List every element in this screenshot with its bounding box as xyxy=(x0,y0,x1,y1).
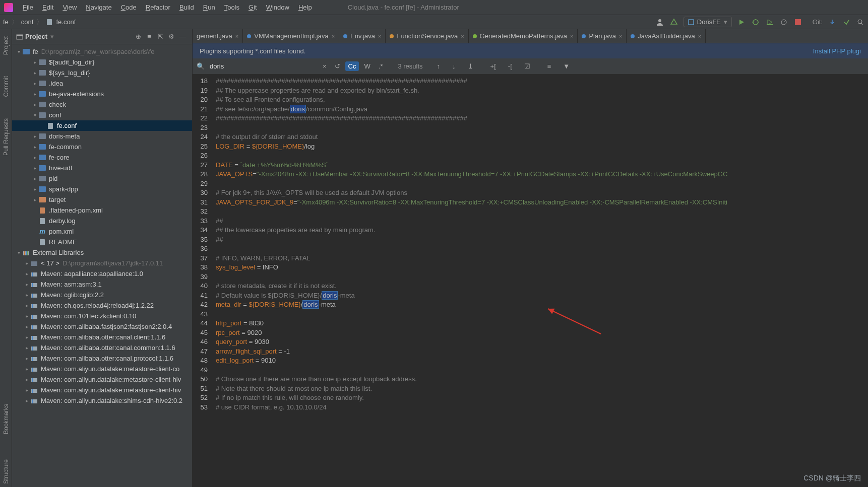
whole-words-toggle[interactable]: W xyxy=(361,61,373,71)
editor-tab[interactable]: GeneratedMemoPatterns.java× xyxy=(469,29,578,43)
expand-icon[interactable]: ▸ xyxy=(31,186,38,192)
editor-tab[interactable]: FunctionService.java× xyxy=(386,29,468,43)
vcs-update-icon[interactable] xyxy=(828,18,837,27)
close-icon[interactable]: × xyxy=(332,33,335,39)
expand-icon[interactable]: ▸ xyxy=(23,282,30,287)
tree-node[interactable]: ▸Maven: com.aliyun.datalake:metastore-cl… xyxy=(12,385,192,395)
match-case-toggle[interactable]: Cc xyxy=(345,61,359,71)
breadcrumb[interactable]: fe 〉 conf 〉 fe.conf xyxy=(3,18,76,27)
expand-icon[interactable]: ▸ xyxy=(31,102,38,107)
tree-node[interactable]: ▸spark-dpp xyxy=(12,184,192,194)
expand-icon[interactable]: ▸ xyxy=(31,133,38,139)
gear-icon[interactable]: ⚙ xyxy=(166,31,177,42)
close-icon[interactable]: × xyxy=(461,33,464,39)
select-occurrences-icon[interactable]: ☑ xyxy=(521,61,533,71)
expand-icon[interactable]: ▾ xyxy=(15,250,22,255)
project-title[interactable]: Project xyxy=(25,33,47,40)
add-selection-icon[interactable]: +[ xyxy=(487,61,499,71)
tree-node[interactable]: ▸${audit_log_dir} xyxy=(12,57,192,67)
tree-node[interactable]: ▸hive-udf xyxy=(12,163,192,173)
breadcrumb-item[interactable]: fe.conf xyxy=(56,18,76,26)
tree-node[interactable]: ▸Maven: com.alibaba.fastjson2:fastjson2:… xyxy=(12,321,192,332)
install-plugin-link[interactable]: Install PHP plugi xyxy=(813,47,861,55)
regex-toggle[interactable]: .* xyxy=(376,61,386,71)
tree-node[interactable]: ▸Maven: com.aliyun.datalake:shims-cdh-hi… xyxy=(12,395,192,406)
code-content[interactable]: ########################################… xyxy=(213,75,868,487)
bookmarks-toolwindow-tab[interactable]: Bookmarks xyxy=(2,401,11,437)
expand-icon[interactable]: ▸ xyxy=(31,155,38,160)
tree-node[interactable]: ▾conf xyxy=(12,110,192,120)
menu-edit[interactable]: Edit xyxy=(38,2,58,13)
tree-node[interactable]: ▸fe-core xyxy=(12,152,192,163)
expand-icon[interactable]: ▸ xyxy=(23,377,30,382)
close-icon[interactable]: × xyxy=(235,33,238,39)
menu-help[interactable]: Help xyxy=(294,2,317,13)
search-input[interactable] xyxy=(207,61,318,72)
tree-node[interactable]: derby.log xyxy=(12,216,192,226)
expand-icon[interactable]: ▸ xyxy=(23,334,30,340)
expand-icon[interactable]: ▸ xyxy=(23,313,30,319)
expand-icon[interactable]: ▸ xyxy=(31,81,38,86)
tree-node[interactable]: ▸Maven: com.alibaba.otter:canal.common:1… xyxy=(12,342,192,353)
expand-icon[interactable]: ▾ xyxy=(15,49,22,54)
filter-icon[interactable]: ≡ xyxy=(544,61,554,71)
tree-node[interactable]: .flattened-pom.xml xyxy=(12,205,192,216)
tree-node[interactable]: ▸be-java-extensions xyxy=(12,89,192,99)
stop-button[interactable] xyxy=(793,18,802,27)
editor-tab[interactable]: VMManagementImpl.java× xyxy=(243,29,339,43)
build-icon[interactable] xyxy=(669,18,678,27)
tree-node[interactable]: ▸Maven: ch.qos.reload4j:reload4j:1.2.22 xyxy=(12,300,192,311)
tree-node[interactable]: ▸Maven: com.aliyun.datalake:metastore-cl… xyxy=(12,364,192,374)
tree-node[interactable]: fe.conf xyxy=(12,120,192,131)
expand-icon[interactable]: ▸ xyxy=(31,91,38,97)
tree-node[interactable]: ▸target xyxy=(12,194,192,205)
hide-icon[interactable]: — xyxy=(177,31,188,42)
code-editor[interactable]: 1819202122232425262728293031323334353637… xyxy=(193,75,868,487)
tree-node[interactable]: ▾External Libraries xyxy=(12,247,192,258)
menu-navigate[interactable]: Navigate xyxy=(81,2,116,13)
expand-icon[interactable]: ▸ xyxy=(31,144,38,150)
run-configuration-dropdown[interactable]: DorisFE ▾ xyxy=(684,17,732,27)
menu-refactor[interactable]: Refactor xyxy=(141,2,175,13)
prev-match-icon[interactable]: ↑ xyxy=(434,61,444,71)
breadcrumb-item[interactable]: fe xyxy=(3,18,9,26)
user-icon[interactable] xyxy=(655,18,664,27)
select-all-icon[interactable]: ⤓ xyxy=(465,61,476,71)
expand-icon[interactable]: ▸ xyxy=(23,271,30,276)
menu-code[interactable]: Code xyxy=(116,2,141,13)
expand-icon[interactable]: ▸ xyxy=(31,165,38,171)
tree-node[interactable]: ▸Maven: aopalliance:aopalliance:1.0 xyxy=(12,268,192,279)
chevron-down-icon[interactable]: ▾ xyxy=(50,33,54,40)
menu-view[interactable]: View xyxy=(58,2,81,13)
structure-toolwindow-tab[interactable]: Structure xyxy=(2,456,11,487)
expand-icon[interactable]: ▸ xyxy=(23,387,30,393)
menu-tools[interactable]: Tools xyxy=(220,2,244,13)
tree-node[interactable]: ▸< 17 >D:\program\soft\java17\jdk-17.0.1… xyxy=(12,258,192,268)
tree-node[interactable]: ▸Maven: com.alibaba.otter:canal.client:1… xyxy=(12,332,192,342)
expand-icon[interactable]: ▸ xyxy=(31,59,38,65)
expand-icon[interactable]: ▸ xyxy=(23,345,30,351)
expand-icon[interactable]: ▾ xyxy=(31,112,38,118)
tree-node[interactable]: ▸${sys_log_dir} xyxy=(12,67,192,78)
expand-icon[interactable]: ▸ xyxy=(23,366,30,372)
expand-icon[interactable]: ▸ xyxy=(31,176,38,181)
search-icon[interactable] xyxy=(856,18,865,27)
tree-node[interactable]: mpom.xml xyxy=(12,226,192,237)
tree-node[interactable]: ▸Maven: com.alibaba.otter:canal.protocol… xyxy=(12,353,192,364)
funnel-icon[interactable]: ▼ xyxy=(560,61,573,71)
expand-icon[interactable]: ▸ xyxy=(23,303,30,308)
breadcrumb-item[interactable]: conf xyxy=(21,18,34,26)
expand-icon[interactable]: ▸ xyxy=(23,324,30,329)
expand-icon[interactable]: ▸ xyxy=(23,260,30,266)
project-toolwindow-tab[interactable]: Project xyxy=(2,33,11,58)
collapse-all-icon[interactable]: ⇱ xyxy=(155,31,166,42)
tree-node[interactable]: ▸fe-common xyxy=(12,142,192,152)
coverage-button[interactable] xyxy=(765,18,774,27)
debug-button[interactable] xyxy=(751,18,760,27)
next-match-icon[interactable]: ↓ xyxy=(449,61,459,71)
editor-tab[interactable]: Plan.java× xyxy=(578,29,627,43)
menu-window[interactable]: Window xyxy=(262,2,294,13)
close-icon[interactable]: × xyxy=(619,33,622,39)
tree-node[interactable]: ▸Maven: com.101tec:zkclient:0.10 xyxy=(12,311,192,321)
select-opened-file-icon[interactable]: ⊕ xyxy=(133,31,144,42)
